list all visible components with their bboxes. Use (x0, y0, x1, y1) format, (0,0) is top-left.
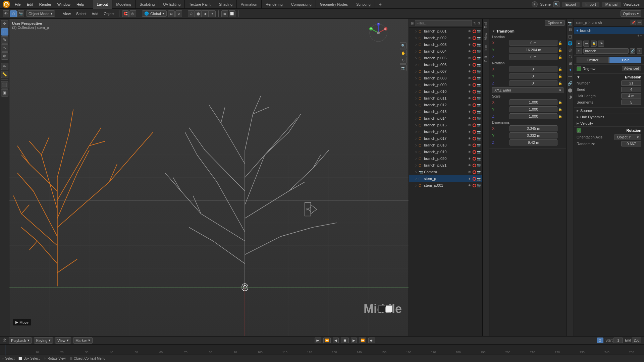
ruler-mark-23[interactable]: 230 (570, 351, 594, 354)
scale-y-value[interactable]: 1.000 (509, 106, 557, 112)
outliner-item-2[interactable]: ▷⬡branch_p.003👁⭕📷 (409, 41, 482, 48)
item-expand-arrow[interactable]: ▷ (415, 63, 417, 66)
ruler-mark-18[interactable]: 180 (446, 351, 471, 354)
vis-icon[interactable]: 👁 (468, 29, 472, 33)
ruler-mark-13[interactable]: 130 (322, 351, 347, 354)
vis-icon[interactable]: ⭕ (472, 117, 476, 120)
item-expand-arrow[interactable]: ▷ (415, 123, 417, 127)
tab-rendering[interactable]: Rendering (262, 0, 287, 9)
physics-props-icon[interactable]: 〜 (567, 74, 573, 80)
outliner-item-16[interactable]: ▷⬡branch_p.017👁⭕📷 (409, 135, 482, 142)
vis-icon[interactable]: ⭕ (472, 123, 476, 127)
viewport[interactable]: User Perspective (2) Collection | stem_p… (9, 19, 409, 336)
transform-header[interactable]: ▼ Transform (492, 29, 564, 33)
material-btn[interactable]: ◑ (202, 10, 209, 17)
outliner-item-23[interactable]: ▷⬡stem_p.001👁⭕📷 (409, 182, 482, 189)
snap-icon[interactable]: 🧲 (122, 10, 129, 17)
vis-icon[interactable]: 📷 (477, 130, 481, 134)
mode-dropdown[interactable]: Object Mode ▾ (26, 10, 55, 17)
constraints-props-icon[interactable]: 🔗 (567, 80, 573, 86)
dim-y-value[interactable]: 0.332 m (509, 132, 557, 138)
vis-icon[interactable]: 📷 (477, 177, 481, 181)
vis-icon[interactable]: 👁 (468, 164, 472, 167)
vis-icon[interactable]: ⭕ (472, 157, 476, 161)
output-props-icon[interactable]: 🖥 (567, 27, 573, 33)
vis-icon[interactable]: 📷 (477, 103, 481, 107)
options-dropdown[interactable]: Options ▾ (621, 10, 641, 17)
modifier-props-icon[interactable]: ⊞ (567, 60, 573, 66)
view-dropdown[interactable]: View ▾ (55, 337, 71, 344)
particle-remove-icon[interactable]: − (640, 34, 642, 38)
vis-icon[interactable]: 👁 (468, 103, 472, 107)
viewport-zoom-btn[interactable]: 🔍 (400, 42, 407, 49)
vis-icon[interactable]: 👁 (468, 123, 472, 127)
particle-icon2[interactable]: ⋯ (583, 41, 589, 47)
outliner-item-5[interactable]: ▷⬡branch_p.006👁⭕📷 (409, 61, 482, 68)
ruler-mark-20[interactable]: 200 (495, 351, 520, 354)
vis-icon[interactable]: 📷 (477, 143, 481, 147)
vis-icon[interactable]: ⭕ (472, 90, 476, 94)
loc-z-lock[interactable]: 🔒 (558, 55, 564, 59)
outliner-item-4[interactable]: ▷⬡branch_p.005👁⭕📷 (409, 55, 482, 61)
end-value[interactable]: 250 (632, 338, 641, 343)
overlays-btn[interactable]: ⊞ (221, 10, 228, 17)
outliner-item-20[interactable]: ▷⬡branch_p.021👁⭕📷 (409, 162, 482, 169)
rot-z-lock[interactable]: 🔒 (558, 81, 564, 85)
import-button[interactable]: Import (582, 2, 599, 7)
marker-dropdown[interactable]: Marker ▾ (73, 337, 93, 344)
vis-icon[interactable]: 👁 (468, 70, 472, 73)
emission-header[interactable]: ▼ Emission (577, 75, 641, 79)
world-props-icon[interactable]: ◎ (567, 47, 573, 53)
rot-x-value[interactable]: 0° (509, 66, 557, 72)
vis-icon[interactable]: 👁 (468, 137, 472, 140)
particle-list-item-branch[interactable]: ✦ branch (574, 27, 644, 34)
render-icon[interactable]: 📷 (17, 10, 24, 17)
scene-props-icon[interactable]: 🌐 (567, 40, 573, 46)
vis-icon[interactable]: 📷 (477, 97, 481, 100)
scale-z-value[interactable]: 1.000 (509, 113, 557, 119)
vis-icon[interactable]: 📷 (477, 90, 481, 94)
outliner-item-6[interactable]: ▷⬡branch_p.007👁⭕📷 (409, 68, 482, 75)
outliner-search-input[interactable] (415, 20, 472, 26)
render-props-icon[interactable]: 📷 (567, 20, 573, 26)
rendered-btn[interactable]: ● (209, 10, 216, 17)
cursor-tool[interactable]: ✛ (1, 20, 8, 27)
loc-x-value[interactable]: 0 m (509, 40, 557, 46)
advanced-btn[interactable]: Advanced (622, 66, 641, 71)
ruler-mark-25[interactable]: 250 (619, 351, 644, 354)
outliner-item-11[interactable]: ▷⬡branch_p.012👁⭕📷 (409, 102, 482, 108)
vis-icon[interactable]: ⭕ (472, 63, 476, 67)
vis-icon[interactable]: 👁 (468, 143, 472, 147)
vis-icon[interactable]: ⭕ (472, 43, 476, 47)
vis-icon[interactable]: 📷 (477, 157, 481, 161)
ruler-mark-1[interactable]: 10 (25, 351, 50, 354)
vis-icon[interactable]: 👁 (468, 177, 472, 181)
transform-tool[interactable]: ⊕ (1, 52, 8, 60)
vis-icon[interactable]: 📷 (477, 170, 481, 174)
stop-btn[interactable]: ⏹ (341, 338, 349, 343)
item-expand-arrow[interactable]: ▷ (415, 29, 417, 33)
keying-dropdown[interactable]: Keying ▾ (34, 337, 53, 344)
solid-btn[interactable]: ⬤ (195, 10, 202, 17)
ruler-mark-17[interactable]: 170 (421, 351, 446, 354)
object-props-icon[interactable]: ⬡ (567, 54, 573, 60)
item-expand-arrow[interactable]: ▷ (415, 170, 417, 174)
outliner-item-21[interactable]: ▷📷Camera👁⭕📷 (409, 169, 482, 175)
global-dropdown[interactable]: 🌐 Global ▾ (142, 10, 167, 17)
vis-icon[interactable]: 📷 (477, 123, 481, 127)
loc-x-lock[interactable]: 🔒 (558, 41, 564, 45)
context-menu-item[interactable]: ☰ Object Context Menu (70, 357, 105, 360)
item-expand-arrow[interactable]: ▷ (415, 76, 417, 80)
vis-icon[interactable]: ⭕ (472, 170, 476, 174)
blender-logo[interactable] (3, 1, 10, 8)
tab-shading[interactable]: Shading (215, 0, 237, 9)
play-reverse-btn[interactable]: ◀ (333, 338, 339, 343)
proportional-edit-btn[interactable]: ⊙ (175, 10, 182, 17)
vis-icon[interactable]: ⭕ (472, 29, 476, 33)
view-icon[interactable]: 👁 (3, 10, 9, 17)
vis-icon[interactable]: 📷 (477, 117, 481, 120)
vis-icon[interactable]: 👁 (468, 83, 472, 87)
hair-length-value[interactable]: 4 m (621, 93, 641, 99)
play-next-btn[interactable]: ⏩ (359, 338, 366, 343)
vis-icon[interactable]: 👁 (468, 130, 472, 134)
